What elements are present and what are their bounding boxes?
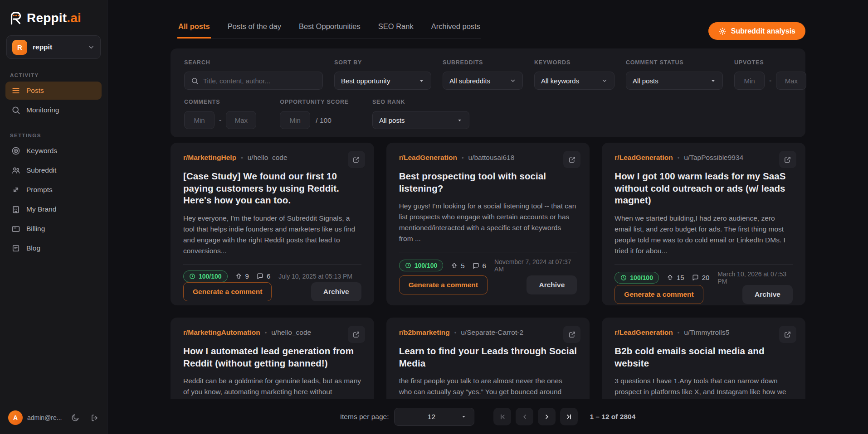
subreddit-analysis-button[interactable]: Subreddit analysis — [708, 22, 805, 40]
comments-min-input[interactable] — [184, 111, 215, 129]
upvotes-max-input[interactable] — [776, 72, 806, 90]
sidebar-item-billing[interactable]: Billing — [5, 220, 102, 238]
author-link[interactable]: u/TapPossible9934 — [684, 154, 743, 162]
post-title[interactable]: Best prospecting tool with social listen… — [399, 170, 577, 194]
external-link-icon[interactable] — [779, 326, 796, 343]
keywords-select[interactable]: All keywords — [534, 72, 614, 90]
subreddit-link[interactable]: r/MarketingHelp — [183, 154, 236, 162]
app-logo[interactable]: Reppit.ai — [0, 0, 107, 29]
post-card: r/MarketingAutomation • u/hello_code How… — [171, 318, 374, 400]
workspace-selector[interactable]: R reppit — [6, 35, 101, 59]
archive-button[interactable]: Archive — [742, 285, 793, 304]
author-link[interactable]: u/Separate-Carrot-2 — [461, 328, 523, 337]
generate-comment-button[interactable]: Generate a comment — [614, 285, 703, 304]
sidebar-item-subreddit[interactable]: Subreddit — [5, 161, 102, 179]
clock-icon — [189, 273, 195, 280]
author-link[interactable]: u/battousai618 — [468, 154, 515, 162]
search-input[interactable] — [203, 77, 316, 85]
post-card: r/LeadGeneration • u/battousai618 Best p… — [386, 143, 590, 305]
sort-by-select[interactable]: Best opportunity — [334, 72, 431, 90]
post-date: November 7, 2024 at 07:37 AM — [494, 258, 577, 273]
sidebar-item-label: Posts — [26, 87, 44, 95]
sidebar-item-label: My Brand — [26, 205, 56, 213]
opportunity-score-badge: 100/100 — [183, 270, 228, 282]
archive-button[interactable]: Archive — [311, 282, 361, 301]
tab-seo-rank[interactable]: SEO Rank — [377, 21, 414, 39]
sidebar-item-prompts[interactable]: Prompts — [5, 181, 102, 199]
subreddit-link[interactable]: r/LeadGeneration — [614, 328, 673, 337]
tab-all-posts[interactable]: All posts — [177, 21, 211, 39]
upvotes-min-input[interactable] — [734, 72, 765, 90]
filter-keywords: KEYWORDS All keywords — [534, 59, 614, 90]
logout-icon[interactable] — [90, 414, 99, 422]
post-title[interactable]: [Case Study] We found our first 10 payin… — [183, 170, 361, 207]
moon-icon[interactable] — [71, 414, 79, 422]
seo-rank-label: SEO RANK — [372, 99, 469, 105]
comments-label: COMMENTS — [184, 99, 256, 105]
subreddit-link[interactable]: r/LeadGeneration — [399, 154, 457, 162]
filter-subreddits: SUBREDDITS All subreddits — [443, 59, 523, 90]
post-title[interactable]: B2b cold emails social media and website — [614, 345, 793, 369]
clock-icon — [405, 262, 411, 269]
upvote-count: 15 — [666, 274, 684, 281]
sidebar-item-blog[interactable]: Blog — [5, 239, 102, 257]
sidebar-item-posts[interactable]: Posts — [5, 82, 102, 100]
sidebar-nav: ACTIVITY Posts Monitoring SETTINGS Keywo… — [0, 59, 107, 403]
range-separator: - — [219, 116, 221, 129]
filter-seo-rank: SEO RANK All posts — [372, 99, 469, 129]
external-link-icon[interactable] — [348, 151, 365, 168]
subreddit-link[interactable]: r/b2bmarketing — [399, 328, 450, 337]
search-icon — [11, 106, 20, 115]
upvote-count: 9 — [235, 272, 249, 280]
external-link-icon[interactable] — [563, 326, 580, 343]
comment-status-select[interactable]: All posts — [626, 72, 723, 90]
sidebar-item-label: Billing — [26, 225, 45, 233]
chevron-right-icon — [543, 413, 551, 421]
user-row: A admin@re... — [0, 403, 107, 434]
last-page-button[interactable] — [560, 408, 578, 425]
items-per-page-select[interactable]: 12 — [394, 408, 474, 426]
sidebar: Reppit.ai R reppit ACTIVITY Posts Monito… — [0, 0, 107, 434]
external-link-icon[interactable] — [563, 151, 580, 168]
divider — [614, 264, 793, 265]
author-link[interactable]: u/hello_code — [271, 328, 311, 337]
generate-comment-button[interactable]: Generate a comment — [399, 275, 488, 294]
target-icon — [11, 146, 20, 155]
first-page-icon — [498, 413, 507, 421]
settings-section-label: SETTINGS — [10, 133, 97, 138]
tab-archived-posts[interactable]: Archived posts — [430, 21, 481, 39]
tab-best-opportunities[interactable]: Best Opportunities — [298, 21, 361, 39]
generate-comment-button[interactable]: Generate a comment — [183, 282, 272, 301]
first-page-button[interactable] — [493, 408, 511, 425]
upvote-count: 5 — [450, 262, 464, 270]
menu-icon — [11, 86, 20, 95]
chevron-down-icon — [510, 77, 516, 84]
post-title[interactable]: How I automated lead generation from Red… — [183, 345, 361, 369]
subreddit-link[interactable]: r/MarketingAutomation — [183, 328, 260, 337]
post-title[interactable]: How I got 100 warm leads for my SaaS wit… — [614, 170, 793, 207]
sidebar-item-my-brand[interactable]: My Brand — [5, 200, 102, 218]
archive-button[interactable]: Archive — [527, 275, 577, 294]
tab-posts-of-the-day[interactable]: Posts of the day — [227, 21, 282, 39]
filter-search: SEARCH — [184, 59, 323, 90]
post-date: July 10, 2025 at 05:13 PM — [278, 273, 352, 280]
previous-page-button[interactable] — [516, 408, 533, 425]
opportunity-score-min-input[interactable] — [280, 111, 310, 129]
next-page-button[interactable] — [538, 408, 556, 425]
post-excerpt: 3 questions I have 1.Any tools that can … — [614, 376, 793, 400]
sidebar-item-monitoring[interactable]: Monitoring — [5, 101, 102, 119]
author-link[interactable]: u/hello_code — [248, 154, 288, 162]
avatar[interactable]: A — [8, 410, 23, 425]
reppit-logo-icon — [7, 10, 24, 26]
post-title[interactable]: Learn to find your Leads through Social … — [399, 345, 577, 369]
external-link-icon[interactable] — [779, 151, 796, 168]
sidebar-item-keywords[interactable]: Keywords — [5, 142, 102, 160]
comments-max-input[interactable] — [226, 111, 256, 129]
range-separator: - — [769, 77, 771, 90]
subreddit-link[interactable]: r/LeadGeneration — [614, 154, 673, 162]
seo-rank-select[interactable]: All posts — [372, 111, 469, 129]
subreddits-select[interactable]: All subreddits — [443, 72, 523, 90]
author-link[interactable]: u/Timmytrolls5 — [684, 328, 729, 337]
user-email: admin@re... — [27, 414, 66, 421]
external-link-icon[interactable] — [348, 326, 365, 343]
